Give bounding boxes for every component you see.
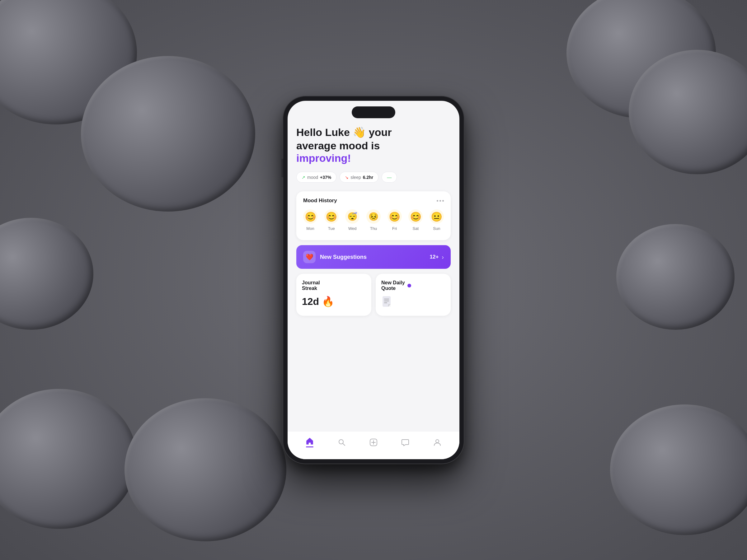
- mood-label-mon: Mon: [306, 226, 314, 231]
- mood-emoji-fri: 😊: [387, 209, 402, 224]
- mood-history-title: Mood History: [303, 197, 337, 204]
- mood-label-thu: Thu: [370, 226, 377, 231]
- profile-icon: [433, 438, 441, 447]
- phone-shell: Hello Luke 👋 your average mood is improv…: [283, 97, 464, 463]
- search-icon: [338, 438, 346, 447]
- daily-quote-title: New DailyQuote: [381, 280, 445, 291]
- mood-emoji-sat: 😊: [408, 209, 423, 224]
- suggestions-count: 12+: [430, 254, 439, 260]
- dynamic-island: [352, 106, 395, 118]
- sleep-stat-label: sleep: [351, 175, 361, 180]
- svg-rect-2: [384, 300, 389, 301]
- mood-history-card: Mood History 😊 Mon 😊 Tue: [296, 191, 451, 240]
- mood-day-mon[interactable]: 😊 Mon: [303, 209, 317, 231]
- greeting-line2: average mood is: [296, 139, 451, 153]
- sleep-trend-icon: ↘: [345, 175, 349, 180]
- mood-trend-icon: ↗: [302, 175, 305, 180]
- svg-line-5: [343, 443, 345, 446]
- pebble-6: [125, 398, 286, 541]
- dot-3: [442, 200, 444, 202]
- mood-day-thu[interactable]: 😣 Thu: [366, 209, 381, 231]
- suggestions-label: New Suggestions: [320, 254, 430, 260]
- nav-chat[interactable]: [401, 438, 409, 447]
- svg-rect-1: [384, 299, 389, 300]
- suggestions-heart-icon: ❤️: [303, 251, 316, 263]
- fire-emoji: 🔥: [322, 296, 334, 307]
- new-indicator-dot: [407, 284, 411, 288]
- streak-value: 12d 🔥: [302, 296, 366, 308]
- dot-1: [437, 200, 438, 202]
- mood-day-sun[interactable]: 😐 Sun: [430, 209, 444, 231]
- mood-history-header: Mood History: [303, 197, 444, 204]
- mood-day-tue[interactable]: 😊 Tue: [324, 209, 339, 231]
- suggestions-banner[interactable]: ❤️ New Suggestions 12+ ›: [296, 245, 451, 269]
- mood-emoji-wed: 😴: [345, 209, 360, 224]
- bottom-cards-row: JournalStreak 12d 🔥 New DailyQuote: [296, 274, 451, 316]
- extra-trend-icon: —: [387, 175, 391, 180]
- mood-stat-pill[interactable]: ↗ mood +37%: [296, 172, 336, 183]
- quote-document-icon: [381, 296, 445, 310]
- pebble-3: [81, 56, 255, 212]
- mood-emoji-mon: 😊: [303, 209, 317, 224]
- greeting-line1: Hello Luke 👋 your: [296, 126, 451, 139]
- main-content[interactable]: Hello Luke 👋 your average mood is improv…: [288, 101, 459, 431]
- mood-emoji-thu: 😣: [366, 209, 381, 224]
- pebble-9: [616, 224, 735, 330]
- daily-quote-card[interactable]: New DailyQuote: [376, 274, 451, 316]
- extra-stat-pill[interactable]: —: [382, 172, 397, 183]
- mood-emoji-sun: 😐: [430, 209, 444, 224]
- dot-2: [439, 200, 441, 202]
- mood-day-wed[interactable]: 😴 Wed: [345, 209, 360, 231]
- home-icon: [306, 437, 314, 445]
- phone-screen: Hello Luke 👋 your average mood is improv…: [288, 101, 459, 459]
- mood-day-fri[interactable]: 😊 Fri: [387, 209, 402, 231]
- journal-streak-label: JournalStreak: [302, 280, 320, 291]
- streak-number: 12d: [302, 296, 319, 307]
- heart-emoji: ❤️: [306, 253, 313, 261]
- daily-quote-label: New DailyQuote: [381, 280, 405, 291]
- mood-label-sat: Sat: [413, 226, 419, 231]
- mood-day-sat[interactable]: 😊 Sat: [408, 209, 423, 231]
- bottom-navigation: [288, 431, 459, 459]
- nav-home[interactable]: [306, 437, 314, 447]
- sleep-stat-value: 6.2hr: [363, 175, 373, 180]
- svg-point-9: [436, 439, 439, 443]
- mood-label-sun: Sun: [433, 226, 440, 231]
- journal-streak-title: JournalStreak: [302, 280, 366, 291]
- greeting-section: Hello Luke 👋 your average mood is improv…: [296, 126, 451, 164]
- greeting-improving: improving!: [296, 152, 451, 164]
- mood-emoji-row: 😊 Mon 😊 Tue 😴 Wed 😣 Thu: [303, 209, 444, 231]
- mood-emoji-tue: 😊: [324, 209, 339, 224]
- document-svg-icon: [381, 296, 393, 308]
- mood-stat-label: mood: [307, 175, 318, 180]
- more-options-button[interactable]: [437, 200, 444, 202]
- sleep-stat-pill[interactable]: ↘ sleep 6.2hr: [340, 172, 379, 183]
- add-icon: [369, 438, 378, 447]
- nav-add[interactable]: [369, 438, 378, 447]
- chat-icon: [401, 438, 409, 447]
- mood-label-wed: Wed: [348, 226, 357, 231]
- svg-rect-3: [384, 302, 387, 303]
- mood-stat-value: +37%: [320, 175, 331, 180]
- stats-row: ↗ mood +37% ↘ sleep 6.2hr —: [296, 172, 451, 183]
- nav-search[interactable]: [338, 438, 346, 447]
- journal-streak-card[interactable]: JournalStreak 12d 🔥: [296, 274, 371, 316]
- suggestions-arrow-icon: ›: [442, 254, 444, 261]
- home-indicator: [306, 447, 313, 447]
- mood-label-tue: Tue: [328, 226, 335, 231]
- nav-profile[interactable]: [433, 438, 441, 447]
- mood-label-fri: Fri: [392, 226, 397, 231]
